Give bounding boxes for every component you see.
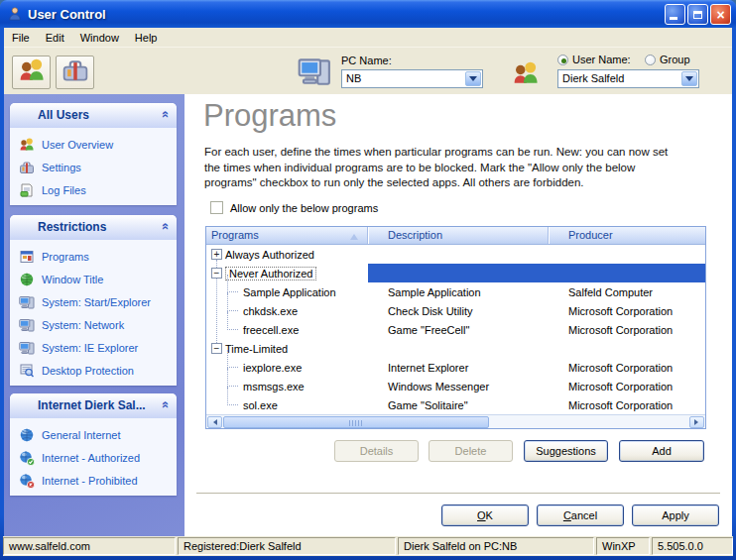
status-current-user: Dierk Salfeld on PC:NB (398, 537, 594, 555)
users-icon (512, 59, 540, 91)
table-row[interactable]: Sample ApplicationSample ApplicationSalf… (206, 282, 705, 301)
producer-cell: Microsoft Corporation (549, 399, 705, 411)
sidebar-item-label: Desktop Protection (42, 365, 134, 377)
table-row[interactable]: freecell.exeGame "FreeCell"Microsoft Cor… (206, 320, 705, 339)
status-version: 5.505.0.0 (652, 537, 733, 555)
table-row[interactable]: sol.exeGame "Solitaire"Microsoft Corpora… (206, 395, 705, 414)
menu-item-help[interactable]: Help (127, 30, 166, 46)
column-header-programs[interactable]: Programs (206, 227, 368, 244)
sidebar-item-label: User Overview (42, 139, 113, 151)
pc-name-value: NB (346, 72, 361, 84)
sidebar-item-internet-prohibited[interactable]: Internet - Prohibited (10, 469, 177, 492)
sidebar-item-system-start-explorer[interactable]: System: Start/Explorer (10, 290, 177, 313)
main-panel: Programs For each user, define the times… (184, 94, 732, 536)
program-cell: freecell.exe (206, 320, 368, 339)
column-header-producer[interactable]: Producer (549, 227, 705, 244)
apply-button[interactable]: Apply (632, 504, 719, 526)
menu-item-window[interactable]: Window (72, 30, 127, 46)
programs-table: ProgramsDescriptionProducer +Always Auth… (205, 226, 706, 429)
details-button[interactable]: Details (334, 440, 419, 462)
chevron-down-icon (465, 71, 481, 86)
user-overview-toolbar-button[interactable] (12, 56, 51, 89)
sidebar-item-settings[interactable]: Settings (10, 156, 177, 178)
sidebar-section-title: Internet Dierk Sal... (38, 398, 146, 412)
collapse-chevron-icon: » (157, 111, 172, 118)
sidebar-item-label: System: IE Explorer (42, 342, 138, 354)
cancel-button[interactable]: Cancel (537, 504, 624, 526)
producer-cell: Salfeld Computer (549, 286, 705, 298)
tree-collapse-toggle[interactable]: − (211, 343, 222, 354)
sidebar-item-label: Log Files (42, 184, 86, 196)
add-button[interactable]: Add (619, 440, 704, 462)
tree-expand-toggle[interactable]: + (211, 249, 222, 260)
column-header-label: Programs (211, 229, 259, 241)
program-label: Never Authorized (225, 267, 316, 280)
window-titlebar[interactable]: User Control × (0, 0, 736, 28)
suggestions-button[interactable]: Suggestions (524, 440, 608, 462)
sidebar-section-title: Restrictions (38, 220, 106, 234)
sidebar-item-programs[interactable]: Programs (10, 245, 177, 268)
tree-group-row[interactable]: +Always Authorized (206, 245, 705, 264)
pc-name-select[interactable]: NB (341, 69, 483, 88)
sidebar-item-system-network[interactable]: System: Network (10, 313, 177, 336)
user-name-radio[interactable]: User Name: (557, 54, 631, 65)
tree-collapse-toggle[interactable]: − (211, 268, 222, 279)
minimize-button[interactable] (665, 4, 685, 25)
ok-button[interactable]: OK (441, 504, 529, 526)
delete-button[interactable]: Delete (429, 440, 513, 462)
sidebar-item-system-ie-explorer[interactable]: System: IE Explorer (10, 336, 177, 359)
status-registered: Registered:Dierk Salfeld (178, 537, 396, 555)
sidebar-item-user-overview[interactable]: User Overview (10, 133, 177, 156)
description-cell: Game "Solitaire" (368, 399, 549, 411)
table-body: +Always Authorized−Never AuthorizedSampl… (206, 245, 705, 415)
status-os: WinXP (596, 537, 650, 555)
app-icon (7, 6, 23, 22)
computer-icon (298, 55, 331, 92)
table-row[interactable]: iexplore.exeInternet ExplorerMicrosoft C… (206, 358, 705, 377)
collapse-chevron-icon: » (157, 401, 172, 408)
sidebar-section-header[interactable]: Restrictions» (10, 215, 177, 240)
menu-item-edit[interactable]: Edit (38, 30, 72, 46)
menu-item-file[interactable]: File (4, 30, 38, 46)
sidebar-item-internet-authorized[interactable]: Internet - Authorized (10, 446, 177, 469)
sidebar-section-header[interactable]: Internet Dierk Sal...» (10, 393, 177, 418)
sidebar-item-label: Settings (42, 162, 81, 173)
table-row[interactable]: chkdsk.exeCheck Disk UtilityMicrosoft Co… (206, 301, 705, 320)
sidebar-item-label: System: Network (42, 319, 124, 331)
page-title: Programs (203, 98, 336, 134)
program-label: iexplore.exe (243, 362, 302, 374)
tree-group-row[interactable]: −Never Authorized (206, 264, 705, 282)
user-control-window: User Control × FileEditWindowHelp PC Nam… (0, 0, 736, 560)
program-label: chkdsk.exe (243, 305, 298, 317)
hscrollbar-thumb[interactable] (223, 416, 489, 428)
close-button[interactable]: × (710, 4, 731, 25)
collapse-chevron-icon: » (157, 223, 172, 230)
maximize-button[interactable] (687, 4, 708, 25)
column-header-label: Producer (568, 229, 613, 241)
settings-toolbar-button[interactable] (56, 56, 94, 89)
group-radio[interactable]: Group (645, 54, 690, 65)
sidebar-item-log-files[interactable]: Log Files (10, 178, 177, 201)
sidebar-item-window-title[interactable]: Window Title (10, 268, 177, 290)
column-header-description[interactable]: Description (368, 227, 549, 244)
window-app-icon (19, 249, 35, 265)
scroll-left-icon[interactable] (207, 416, 222, 428)
content-area: All Users»User OverviewSettingsLog Files… (4, 94, 732, 536)
sort-ascending-icon (350, 230, 358, 240)
sidebar-item-general-internet[interactable]: General Internet (10, 423, 177, 446)
hscrollbar-track[interactable] (206, 414, 705, 428)
tree-group-row[interactable]: −Time-Limited (206, 339, 705, 358)
sidebar-item-desktop-protection[interactable]: Desktop Protection (10, 359, 177, 382)
sidebar-item-label: Internet - Authorized (42, 452, 140, 464)
producer-cell: Microsoft Corporation (549, 324, 705, 336)
user-name-select[interactable]: Dierk Salfeld (557, 69, 699, 88)
program-label: sol.exe (243, 399, 278, 411)
user-name-radio-label: User Name: (572, 54, 631, 65)
sidebar-section-header[interactable]: All Users» (10, 103, 177, 128)
toolbox-icon (19, 160, 35, 175)
scroll-right-icon[interactable] (689, 416, 704, 428)
allow-only-checkbox[interactable] (210, 201, 223, 214)
chevron-down-icon (681, 71, 697, 86)
program-label: Always Authorized (225, 249, 314, 261)
table-row[interactable]: msmsgs.exeWindows MessengerMicrosoft Cor… (206, 377, 705, 395)
